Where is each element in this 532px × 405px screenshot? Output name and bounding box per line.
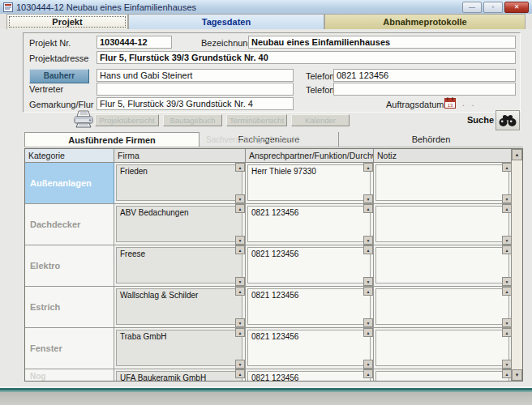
projektuebersicht-button[interactable]: Projektübersicht bbox=[95, 114, 159, 126]
table-row: Nog Fliesen UFA Baukeramik GmbH ▲ 0821 1… bbox=[25, 369, 512, 382]
firma-textarea[interactable]: Frieden bbox=[116, 164, 242, 201]
kategorie-cell[interactable]: Dachdecker bbox=[25, 204, 114, 245]
header-ansprechpartner[interactable]: Ansprechpartner/Funktion/Durchwahl bbox=[246, 149, 374, 162]
main-tab-bar: Projekt Tagesdaten Abnahmeprotokolle bbox=[0, 14, 532, 30]
content-area: Projekt Nr. 1030444-12 Bezeichnung Neuba… bbox=[0, 29, 532, 386]
projekt-nr-field[interactable]: 1030444-12 bbox=[97, 36, 172, 49]
notiz-textarea[interactable] bbox=[375, 330, 509, 366]
firma-cell: Traba GmbH ▲ ▼ bbox=[114, 328, 246, 369]
ansprechpartner-textarea[interactable]: 0821 123456 bbox=[247, 330, 371, 366]
tab-projekt[interactable]: Projekt bbox=[6, 14, 128, 29]
ansprechpartner-textarea[interactable]: Herr Thiele 97330 bbox=[247, 164, 371, 201]
tab-abnahmeprotokolle[interactable]: Abnahmeprotokolle bbox=[324, 14, 526, 29]
ansprechpartner-textarea[interactable]: 0821 123456 bbox=[247, 247, 371, 284]
ansprechpartner-cell: 0821 123456 ▲ ▼ bbox=[246, 287, 374, 327]
vertreter-field[interactable] bbox=[97, 83, 294, 96]
ansprechpartner-textarea[interactable]: 0821 123456 bbox=[247, 206, 371, 242]
tab-behoerden[interactable]: Behörden bbox=[339, 132, 523, 147]
firma-textarea[interactable]: Traba GmbH bbox=[116, 330, 242, 366]
telefon2-label: Telefon bbox=[306, 85, 334, 95]
header-notiz[interactable]: Notiz bbox=[374, 149, 512, 162]
scrollbar-track[interactable] bbox=[512, 160, 522, 369]
bezeichnung-label: Bezeichnung bbox=[201, 38, 253, 48]
table-row: Außenanlagen Frieden ▲ ▼ Herr Thiele 973… bbox=[25, 163, 512, 204]
app-icon bbox=[3, 2, 13, 12]
scroll-up-icon[interactable]: ▲ bbox=[235, 287, 245, 296]
auftragsdatum-value: . . bbox=[462, 99, 476, 108]
calendar-icon[interactable]: 13 bbox=[444, 97, 456, 109]
scroll-down-icon[interactable]: ▼ bbox=[363, 236, 373, 245]
scrollbar-up-icon[interactable]: ▲ bbox=[512, 149, 522, 160]
minimize-button[interactable]: — bbox=[462, 2, 482, 13]
header-firma[interactable]: Firma bbox=[114, 149, 246, 162]
printer-icon[interactable] bbox=[73, 110, 94, 129]
maximize-button[interactable]: ▫ bbox=[483, 2, 503, 13]
scroll-up-icon[interactable]: ▲ bbox=[235, 204, 245, 213]
ansprechpartner-textarea[interactable]: 0821 123456 bbox=[247, 288, 371, 325]
notiz-textarea[interactable] bbox=[375, 371, 509, 382]
scroll-down-icon[interactable]: ▼ bbox=[235, 194, 245, 203]
scroll-down-icon[interactable]: ▼ bbox=[235, 277, 245, 286]
scroll-up-icon[interactable]: ▲ bbox=[235, 163, 245, 172]
disabled-tab-ghost-label: Sachverständige Auswahl bbox=[206, 135, 299, 144]
ansprechpartner-cell: 0821 123456 ▲ ▼ bbox=[246, 328, 374, 369]
kategorie-cell[interactable]: Elektro bbox=[25, 245, 114, 286]
notiz-textarea[interactable] bbox=[375, 288, 509, 325]
projektadresse-field[interactable]: Flur 5, Flurstück 39/3 Grundstück Nr. 40 bbox=[97, 51, 516, 64]
ansprechpartner-textarea[interactable]: 0821 123456 bbox=[247, 371, 371, 382]
kategorie-cell[interactable]: Estrich bbox=[25, 287, 114, 327]
scroll-up-icon[interactable]: ▲ bbox=[363, 204, 373, 213]
notiz-cell: ▲ ▼ bbox=[374, 287, 512, 327]
table-row: Fenster Traba GmbH ▲ ▼ 0821 123456 ▲ ▼ bbox=[25, 328, 512, 369]
scroll-up-icon[interactable]: ▲ bbox=[235, 369, 245, 378]
header-kategorie[interactable]: Kategorie bbox=[25, 149, 114, 162]
firma-textarea[interactable]: Wallschlag & Schilder bbox=[116, 288, 242, 325]
telefon1-field[interactable]: 0821 123456 bbox=[333, 69, 516, 82]
kalender-button[interactable]: Kalender bbox=[291, 114, 350, 126]
firma-cell: Wallschlag & Schilder ▲ ▼ bbox=[114, 287, 246, 327]
scroll-up-icon[interactable]: ▲ bbox=[363, 163, 373, 172]
firma-textarea[interactable]: Freese bbox=[116, 247, 242, 284]
tab-tagesdaten[interactable]: Tagesdaten bbox=[128, 14, 324, 29]
bauherr-field[interactable]: Hans und Gabi Steinert bbox=[97, 69, 294, 82]
telefon2-field[interactable] bbox=[333, 83, 516, 96]
bauherr-button[interactable]: Bauherr bbox=[29, 69, 89, 83]
firma-textarea[interactable]: ABV Bedachungen bbox=[116, 206, 242, 242]
scroll-down-icon[interactable]: ▼ bbox=[235, 318, 245, 327]
notiz-textarea[interactable] bbox=[375, 164, 509, 201]
search-binoculars-icon[interactable] bbox=[496, 110, 520, 130]
vertreter-label: Vertreter bbox=[29, 84, 63, 94]
titlebar[interactable]: 1030444-12 Neubau eines Einfamilienhause… bbox=[0, 0, 532, 15]
scroll-down-icon[interactable]: ▼ bbox=[363, 318, 373, 327]
tab-behoerden-label: Behörden bbox=[412, 134, 451, 144]
scroll-up-icon[interactable]: ▲ bbox=[235, 245, 245, 254]
tab-ausfuehrende-firmen[interactable]: Ausführende Firmen bbox=[24, 132, 200, 147]
window-bottom-edge bbox=[0, 386, 532, 405]
kategorie-cell[interactable]: Fenster bbox=[25, 328, 114, 369]
scroll-down-icon[interactable]: ▼ bbox=[235, 236, 245, 245]
gemarkung-field[interactable]: Flur 5, Flurstück 39/3 Grundstück Nr. 4 bbox=[97, 97, 294, 110]
scrollbar-down-icon[interactable]: ▼ bbox=[512, 369, 522, 381]
tab-fachingenieure[interactable]: Sachverständige Auswahl Fachingenieure bbox=[200, 132, 339, 147]
scroll-down-icon[interactable]: ▼ bbox=[235, 360, 245, 369]
scroll-up-icon[interactable]: ▲ bbox=[363, 245, 373, 254]
table-scrollbar[interactable]: ▲ ▼ bbox=[511, 149, 522, 381]
scroll-up-icon[interactable]: ▲ bbox=[363, 369, 373, 378]
kategorie-cell-selected[interactable]: Außenanlagen bbox=[25, 163, 114, 203]
scroll-down-icon[interactable]: ▼ bbox=[363, 360, 373, 369]
close-button[interactable]: ✕ bbox=[504, 2, 529, 13]
terminuebersicht-button[interactable]: Terminübersicht bbox=[226, 114, 287, 126]
scroll-down-icon[interactable]: ▼ bbox=[363, 277, 373, 286]
firma-textarea[interactable]: UFA Baukeramik GmbH bbox=[116, 371, 242, 382]
desktop-strip bbox=[0, 392, 532, 405]
notiz-textarea[interactable] bbox=[375, 247, 509, 284]
bautagebuch-button[interactable]: Bautagebuch bbox=[163, 114, 222, 126]
notiz-textarea[interactable] bbox=[375, 206, 509, 242]
kategorie-cell[interactable]: Nog Fliesen bbox=[25, 369, 114, 382]
scroll-down-icon[interactable]: ▼ bbox=[363, 194, 373, 203]
scroll-up-icon[interactable]: ▲ bbox=[235, 328, 245, 337]
bezeichnung-field[interactable]: Neubau eines Einfamilienhauses bbox=[248, 36, 516, 49]
scroll-up-icon[interactable]: ▲ bbox=[363, 328, 373, 337]
scroll-up-icon[interactable]: ▲ bbox=[363, 287, 373, 296]
firma-cell: Frieden ▲ ▼ bbox=[114, 163, 246, 203]
